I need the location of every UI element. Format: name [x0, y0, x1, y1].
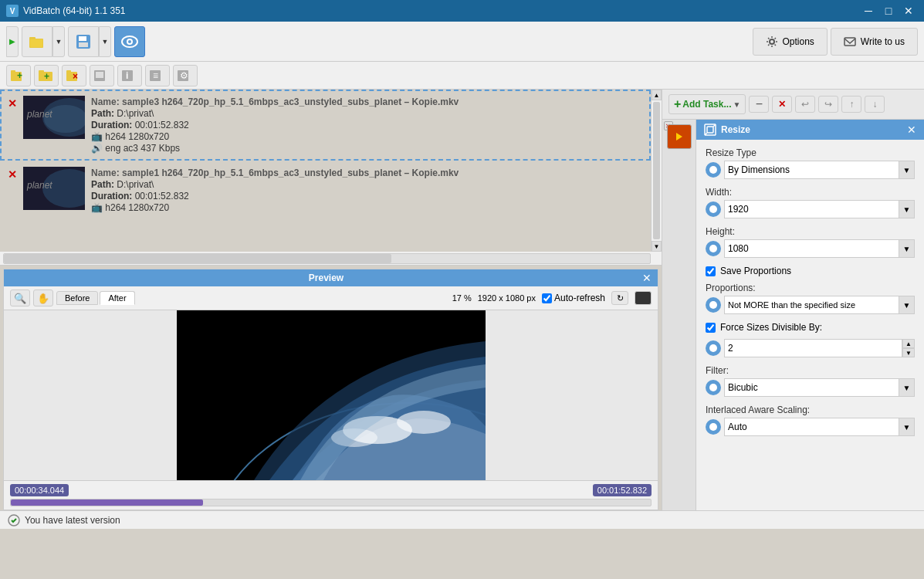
svg-point-38: [397, 411, 451, 434]
force-sizes-spinbox: ▲ ▼: [724, 339, 915, 357]
horizontal-scrollbar[interactable]: [3, 253, 651, 264]
resize-close-button[interactable]: ✕: [907, 124, 916, 136]
proportions-input[interactable]: [724, 296, 899, 314]
interlaced-input[interactable]: [724, 418, 899, 436]
svg-rect-15: [39, 70, 44, 73]
resize-type-label: Resize Type: [706, 147, 915, 158]
file-path: Path: D:\privat\: [91, 179, 643, 190]
add-task-label: Add Task...: [682, 99, 731, 110]
move-up-button[interactable]: ↑: [841, 96, 861, 113]
remove-task-button[interactable]: −: [749, 96, 769, 113]
thumbnail-button[interactable]: [90, 65, 114, 86]
task-icon[interactable]: [667, 124, 692, 149]
tab-before[interactable]: Before: [56, 291, 98, 305]
file-info: Name: sample1 h264_720p_hp_5.1_6mbps_ac3…: [91, 167, 643, 214]
table-row[interactable]: ✕ planet Name: sample1 h264_720p_hp_5.1_…: [0, 161, 651, 220]
title-bar-left: V VidBatch (64-bit) 1.1 351: [6, 5, 126, 17]
file-list: ✕ planet Name: sample3 h264_720p_hp_5.1_…: [0, 90, 662, 252]
svg-point-8: [128, 40, 131, 43]
save-proportions-row: Save Proportions: [706, 266, 915, 276]
svg-rect-21: [96, 72, 103, 78]
options-button[interactable]: Options: [753, 28, 828, 56]
spin-up-button[interactable]: ▲: [902, 339, 915, 348]
force-sizes-checkbox[interactable]: [706, 323, 716, 333]
color-button[interactable]: [635, 291, 652, 305]
save-proportions-checkbox[interactable]: [706, 266, 716, 276]
add-folder-button[interactable]: +: [34, 65, 59, 86]
close-button[interactable]: ✕: [899, 3, 918, 19]
remove-item-button[interactable]: ✕: [8, 167, 17, 181]
file-info-button[interactable]: ≡: [145, 65, 170, 86]
zoom-button[interactable]: 🔍: [10, 290, 30, 306]
add-file-button[interactable]: +: [6, 65, 31, 86]
scroll-down-arrow[interactable]: ▼: [652, 241, 662, 252]
width-input[interactable]: [724, 200, 899, 218]
status-bar: You have latest version: [0, 510, 924, 529]
play-button[interactable]: ▶: [6, 26, 19, 57]
preview-timebar: 00:00:34.044 00:01:52.832: [4, 480, 658, 510]
svg-rect-5: [79, 42, 88, 47]
auto-refresh-checkbox[interactable]: [542, 293, 552, 303]
force-sizes-row: Force Sizes Divisible By:: [706, 322, 915, 333]
move-down-button[interactable]: ↓: [865, 96, 885, 113]
add-icon: +: [674, 97, 681, 111]
resize-type-dropdown[interactable]: ▼: [899, 161, 915, 179]
filter-label: Filter:: [706, 365, 915, 376]
resize-type-input[interactable]: [724, 161, 899, 179]
undo-task-button[interactable]: ↩: [795, 96, 815, 113]
preview-close-button[interactable]: ✕: [642, 272, 652, 284]
spin-down-button[interactable]: ▼: [902, 348, 915, 357]
tab-after[interactable]: After: [100, 291, 134, 305]
proportions-dropdown[interactable]: ▼: [899, 296, 915, 314]
preview-image-area: [4, 310, 658, 480]
save-proportions-label[interactable]: Save Proportions: [720, 266, 791, 276]
width-label: Width:: [706, 187, 915, 198]
svg-text:⚙: ⚙: [180, 70, 188, 81]
open-button[interactable]: [22, 26, 52, 57]
height-dropdown[interactable]: ▼: [899, 239, 915, 258]
file-list-scrollbar[interactable]: ▲ ▼: [651, 90, 662, 252]
minimize-button[interactable]: ─: [859, 3, 878, 19]
remove-file-button[interactable]: ×: [62, 65, 86, 86]
preview-info: 17 % 1920 x 1080 px Auto-refresh ↻: [452, 291, 652, 305]
close-task-button[interactable]: ✕: [772, 96, 792, 113]
progress-bar[interactable]: [10, 499, 652, 506]
info-button[interactable]: i: [117, 65, 142, 86]
proportions-icon: [706, 297, 721, 313]
width-dropdown[interactable]: ▼: [899, 200, 915, 218]
save-button[interactable]: [68, 26, 99, 57]
redo-task-button[interactable]: ↪: [818, 96, 838, 113]
save-dropdown-button[interactable]: ▼: [99, 26, 111, 57]
settings-file-button[interactable]: ⚙: [173, 65, 198, 86]
scroll-up-arrow[interactable]: ▲: [652, 90, 662, 100]
preview-button[interactable]: [114, 26, 145, 57]
svg-rect-10: [844, 38, 855, 46]
remove-item-button[interactable]: ✕: [8, 96, 17, 110]
table-row[interactable]: ✕ planet Name: sample3 h264_720p_hp_5.1_…: [0, 90, 651, 161]
scroll-thumb[interactable]: [653, 102, 660, 239]
force-sizes-input[interactable]: [724, 339, 902, 357]
status-text: You have latest version: [25, 515, 120, 526]
add-task-button[interactable]: + Add Task... ▼: [668, 94, 746, 114]
interlaced-row: ▼: [706, 418, 915, 436]
write-label: Write to us: [861, 36, 905, 47]
filter-group: Filter: ▼: [706, 365, 915, 397]
refresh-button[interactable]: ↻: [611, 291, 628, 305]
height-input[interactable]: [724, 239, 899, 258]
write-to-us-button[interactable]: Write to us: [831, 28, 918, 56]
horizontal-scrollbar-area: [0, 252, 662, 266]
preview-image: [177, 310, 486, 480]
open-dropdown-button[interactable]: ▼: [52, 26, 65, 57]
force-sizes-value-row: ▲ ▼: [706, 339, 915, 357]
file-thumbnail: planet: [23, 167, 85, 210]
interlaced-dropdown[interactable]: ▼: [899, 418, 915, 436]
force-sizes-label[interactable]: Force Sizes Divisible By:: [720, 322, 822, 333]
maximize-button[interactable]: □: [879, 3, 898, 19]
task-icon-wrapper: ✕: [667, 124, 692, 149]
pan-button[interactable]: ✋: [33, 290, 53, 306]
filter-dropdown[interactable]: ▼: [899, 378, 915, 397]
svg-text:i: i: [126, 70, 128, 81]
filter-input[interactable]: [724, 378, 899, 397]
auto-refresh-label[interactable]: Auto-refresh: [542, 293, 605, 303]
svg-rect-12: [11, 70, 15, 73]
